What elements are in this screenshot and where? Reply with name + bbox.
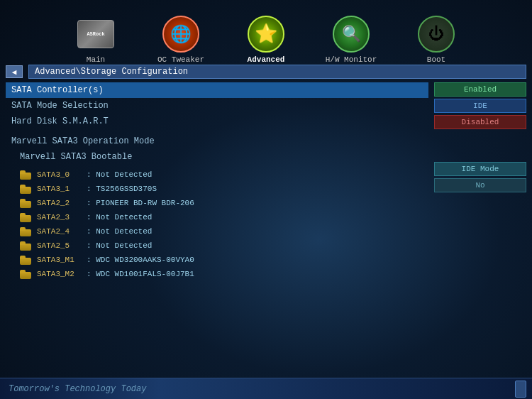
folder-icon-sata2-5 <box>20 241 31 251</box>
folder-icon-sata2-4 <box>20 227 31 236</box>
hw-monitor-icon: 🔍 <box>333 16 370 53</box>
folder-icon-sata3-1 <box>20 185 31 194</box>
sata-controllers-row[interactable]: SATA Controller(s) <box>6 82 428 98</box>
main-content: SATA Controller(s) SATA Mode Selection H… <box>0 82 532 352</box>
sata-controllers-label: SATA Controller(s) <box>11 85 104 95</box>
value-disabled[interactable]: Disabled <box>434 115 526 129</box>
nav-boot[interactable]: ⏻ Boot <box>394 16 479 64</box>
marvell-op-label: Marvell SATA3 Operation Mode <box>11 136 155 146</box>
device-value-sata3-m2: : WDC WD1001FALS-00J7B1 <box>87 270 194 278</box>
marvell-boot-label: Marvell SATA3 Bootable <box>20 152 132 162</box>
nav-icon-bar: ASRock Main 🌐 OC Tweaker ⭐ Advanced 🔍 H/… <box>0 0 532 64</box>
folder-icon-sata3-m1 <box>20 256 31 265</box>
sata-mode-row[interactable]: SATA Mode Selection <box>6 98 428 114</box>
nav-oc-label: OC Tweaker <box>157 55 204 64</box>
value-ide[interactable]: IDE <box>434 99 526 113</box>
breadcrumb-bar: ◀ Advanced\Storage Configuration <box>0 64 532 80</box>
device-sata2-4: SATA2_4 : Not Detected <box>6 224 428 239</box>
advanced-icon: ⭐ <box>248 16 284 53</box>
device-value-sata2-3: : Not Detected <box>87 213 152 222</box>
nav-boot-label: Boot <box>427 55 445 64</box>
device-value-sata3-1: : TS256GSSD370S <box>87 185 157 193</box>
folder-icon-sata2-3 <box>20 213 31 222</box>
device-name-sata3-m2: SATA3_M2 <box>37 270 87 278</box>
device-sata3-1: SATA3_1 : TS256GSSD370S <box>6 182 428 196</box>
back-button[interactable]: ◀ <box>6 65 23 78</box>
folder-icon-sata3-0 <box>20 170 31 180</box>
device-name-sata3-0: SATA3_0 <box>37 170 87 179</box>
spacer-right <box>434 131 526 160</box>
breadcrumb: Advanced\Storage Configuration <box>28 65 526 79</box>
device-sata3-0: SATA3_0 : Not Detected <box>6 168 428 182</box>
folder-icon-sata2-2 <box>20 199 31 208</box>
device-value-sata3-m1: : WDC WD3200AAKS-00VYA0 <box>87 256 194 264</box>
device-sata2-5: SATA2_5 : Not Detected <box>6 239 428 253</box>
device-sata3-m1: SATA3_M1 : WDC WD3200AAKS-00VYA0 <box>6 253 428 267</box>
device-value-sata3-0: : Not Detected <box>87 170 152 179</box>
device-sata2-3: SATA2_3 : Not Detected <box>6 210 428 224</box>
device-name-sata2-5: SATA2_5 <box>37 241 87 250</box>
device-name-sata3-1: SATA3_1 <box>37 185 87 193</box>
ide-label: IDE <box>473 102 487 110</box>
ide-mode-label: IDE Mode <box>462 165 499 173</box>
device-sata3-m2: SATA3_M2 : WDC WD1001FALS-00J7B1 <box>6 267 428 281</box>
device-value-sata2-5: : Not Detected <box>87 241 152 250</box>
hard-disk-smart-row[interactable]: Hard Disk S.M.A.R.T <box>6 114 428 129</box>
marvell-op-row[interactable]: Marvell SATA3 Operation Mode <box>6 133 428 149</box>
value-no[interactable]: No <box>434 178 526 192</box>
nav-hw-monitor[interactable]: 🔍 H/W Monitor <box>309 16 394 64</box>
value-ide-mode[interactable]: IDE Mode <box>434 162 526 176</box>
oc-tweaker-icon: 🌐 <box>162 16 199 53</box>
disabled-label: Disabled <box>462 118 499 126</box>
nav-main[interactable]: ASRock Main <box>53 20 138 64</box>
device-value-sata2-4: : Not Detected <box>87 227 152 236</box>
values-panel: Enabled IDE Disabled IDE Mode No <box>434 82 526 352</box>
tagline: Tomorrow's Technology Today <box>9 384 146 394</box>
nav-advanced-label: Advanced <box>248 55 285 64</box>
no-label: No <box>475 181 484 190</box>
device-value-sata2-2: : PIONEER BD-RW BDR-206 <box>87 199 194 207</box>
sata-mode-label: SATA Mode Selection <box>11 101 109 111</box>
device-name-sata3-m1: SATA3_M1 <box>37 256 87 264</box>
device-name-sata2-4: SATA2_4 <box>37 227 87 236</box>
nav-advanced[interactable]: ⭐ Advanced <box>223 16 309 64</box>
nav-oc-tweaker[interactable]: 🌐 OC Tweaker <box>138 16 223 64</box>
nav-hw-label: H/W Monitor <box>326 55 377 64</box>
device-name-sata2-3: SATA2_3 <box>37 213 87 222</box>
folder-icon-sata3-m2 <box>20 270 31 279</box>
device-sata2-2: SATA2_2 : PIONEER BD-RW BDR-206 <box>6 196 428 210</box>
hard-disk-label: Hard Disk S.M.A.R.T <box>11 116 109 126</box>
settings-panel: SATA Controller(s) SATA Mode Selection H… <box>6 82 428 352</box>
marvell-boot-row[interactable]: Marvell SATA3 Bootable <box>6 149 428 165</box>
device-name-sata2-2: SATA2_2 <box>37 199 87 207</box>
bottom-bar: Tomorrow's Technology Today <box>0 378 532 399</box>
nav-main-label: Main <box>87 55 105 64</box>
scroll-indicator[interactable] <box>515 381 526 398</box>
enabled-label: Enabled <box>464 85 497 94</box>
value-enabled[interactable]: Enabled <box>434 82 526 97</box>
asrock-logo-icon: ASRock <box>77 20 114 48</box>
boot-icon: ⏻ <box>418 16 455 53</box>
